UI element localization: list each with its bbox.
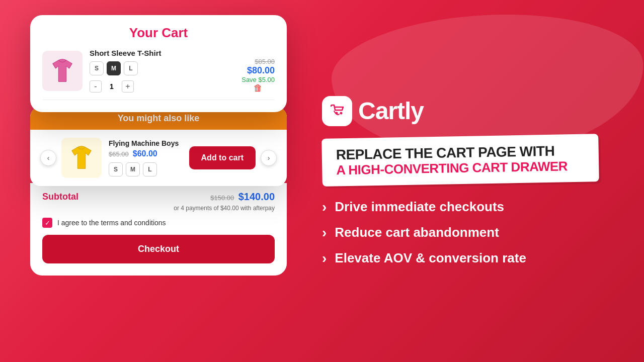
terms-row: ✓ I agree to the terms and conditions (42, 218, 275, 228)
chevron-icon-3: › (322, 251, 327, 265)
size-m[interactable]: M (107, 61, 121, 75)
afterpay-text: or 4 payments of $40.00 with afterpay (42, 205, 275, 212)
item-price-original: $85.00 (242, 58, 275, 65)
add-to-cart-button[interactable]: Add to cart (189, 146, 256, 169)
yellow-tshirt-icon (67, 143, 96, 172)
carousel-prev[interactable]: ‹ (40, 150, 56, 166)
carousel-next[interactable]: › (261, 150, 277, 166)
quantity-control: - 1 + (90, 80, 234, 93)
feature-text-1: Drive immediate checkouts (335, 199, 504, 215)
item-price-save: Save $5.00 (242, 76, 275, 83)
right-section: Cartly REPLACE THE CART PAGE WITH A HIGH… (297, 0, 624, 362)
cart-ui-panel: Your Cart Short Sleeve T-Shirt S M L - (30, 15, 287, 276)
size-s[interactable]: S (90, 61, 104, 75)
brand-name: Cartly (358, 97, 424, 125)
upsell-item-name: Flying Machine Boys (109, 139, 182, 147)
upsell-price-original: $65.00 (109, 150, 129, 158)
headline-banner: REPLACE THE CART PAGE WITH A HIGH-CONVER… (321, 134, 599, 187)
svg-rect-0 (327, 101, 347, 121)
logo-badge (322, 96, 352, 126)
logo-area: Cartly (322, 96, 599, 126)
cart-item-name: Short Sleeve T-Shirt (90, 49, 234, 57)
item-price-current: $80.00 (242, 65, 275, 76)
upsell-content: ‹ Flying Machine Boys $65.00 $60.00 (30, 130, 287, 186)
subtotal-prices: $150.00 $140.00 (210, 191, 275, 203)
chevron-icon-2: › (322, 226, 327, 240)
cartly-logo-icon (327, 101, 347, 121)
chevron-icon-1: › (322, 200, 327, 214)
subtotal-label: Subtotal (42, 192, 78, 202)
upsell-section: You might also like ‹ Flying Machine Boy… (30, 107, 287, 186)
qty-increase[interactable]: + (122, 80, 134, 93)
cart-item-price: $85.00 $80.00 Save $5.00 (242, 58, 275, 83)
upsell-item-image (61, 138, 102, 178)
subtotal-current: $140.00 (238, 191, 275, 202)
feature-item-3: › Elevate AOV & conversion rate (322, 250, 599, 266)
cart-item-details: Short Sleeve T-Shirt S M L - 1 + (90, 49, 234, 93)
upsell-size-m[interactable]: M (126, 162, 140, 176)
upsell-size-s[interactable]: S (109, 162, 123, 176)
size-l[interactable]: L (124, 61, 138, 75)
subtotal-section: Subtotal $150.00 $140.00 or 4 payments o… (30, 183, 287, 276)
subtotal-row: Subtotal $150.00 $140.00 (42, 191, 275, 203)
size-options: S M L (90, 61, 234, 75)
cart-item-image (42, 51, 83, 91)
upsell-item-details: Flying Machine Boys $65.00 $60.00 S M L (109, 139, 182, 176)
qty-value: 1 (107, 82, 117, 90)
feature-text-3: Elevate AOV & conversion rate (335, 250, 526, 266)
feature-text-2: Reduce cart abandonment (335, 225, 499, 240)
terms-checkbox[interactable]: ✓ (42, 218, 52, 228)
cart-item: Short Sleeve T-Shirt S M L - 1 + $85.00 … (42, 49, 275, 100)
upsell-prices: $65.00 $60.00 (109, 149, 182, 158)
feature-item-2: › Reduce cart abandonment (322, 225, 599, 240)
upsell-item: Flying Machine Boys $65.00 $60.00 S M L … (56, 138, 261, 178)
upsell-title: You might also like (118, 113, 200, 123)
feature-item-1: › Drive immediate checkouts (322, 199, 599, 215)
upsell-price-current: $60.00 (133, 149, 157, 158)
checkout-button[interactable]: Checkout (42, 235, 275, 263)
pink-tshirt-icon (48, 56, 77, 85)
svg-point-2 (340, 112, 343, 114)
cart-title: Your Cart (42, 25, 275, 41)
upsell-size-options: S M L (109, 162, 182, 176)
terms-label: I agree to the terms and conditions (57, 219, 166, 227)
cart-card: Your Cart Short Sleeve T-Shirt S M L - (30, 15, 287, 112)
qty-decrease[interactable]: - (90, 80, 102, 93)
delete-icon[interactable]: 🗑 (254, 83, 263, 94)
subtotal-original: $150.00 (210, 194, 234, 202)
features-list: › Drive immediate checkouts › Reduce car… (322, 199, 599, 266)
upsell-size-l[interactable]: L (143, 162, 157, 176)
